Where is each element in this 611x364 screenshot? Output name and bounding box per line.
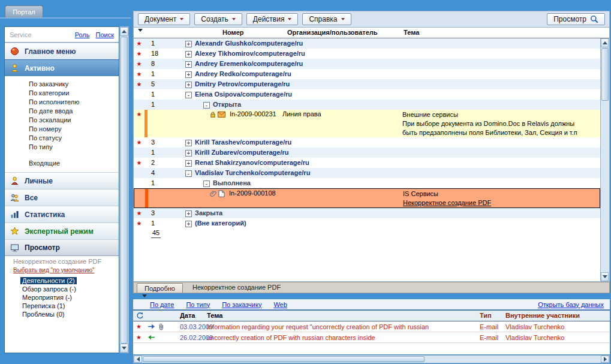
collapse-icon[interactable]: - <box>203 102 210 109</box>
column-header-org[interactable]: Организация/пользователь <box>287 29 378 36</box>
view-list-item[interactable]: Обзор запроса (-) <box>20 285 119 293</box>
sidebar-section-active[interactable]: Активно <box>5 59 119 76</box>
collapse-icon[interactable]: - <box>185 92 192 98</box>
sort-link[interactable]: По дате <box>150 301 174 308</box>
menu-button[interactable]: Действия <box>246 13 299 25</box>
group-label[interactable]: Renat Shakirzyanov/computerage/ru <box>195 159 309 166</box>
sidebar-section-personal[interactable]: Личные <box>5 172 119 189</box>
scrollbar-thumb[interactable] <box>601 48 609 101</box>
group-label[interactable]: (Вне категорий) <box>195 219 246 227</box>
main-table-scrollbar[interactable] <box>600 38 609 281</box>
sidebar-section-view[interactable]: Просмотр <box>5 239 119 256</box>
menu-button[interactable]: Документ <box>138 13 190 25</box>
group-label[interactable]: Kirill Tarashev/computerage/ru <box>195 139 291 146</box>
splitter-caret-icon[interactable] <box>142 294 147 297</box>
column-header-number[interactable]: Номер <box>222 29 244 36</box>
view-list-item[interactable]: Переписка (1) <box>20 302 119 310</box>
sidebar-item[interactable]: По исполнителю <box>29 98 119 107</box>
table-row[interactable]: ★3+Закрыта <box>134 208 600 218</box>
table-row[interactable]: ★8+Andrey Eremenko/computerage/ru <box>134 59 600 69</box>
sidebar-item[interactable]: По номеру <box>29 125 119 134</box>
scroll-right-button[interactable] <box>601 356 609 363</box>
tab-details[interactable]: Подробно <box>137 283 183 293</box>
table-row[interactable]: 1+Kirill Zubarev/computerage/ru <box>134 148 600 158</box>
sort-link[interactable]: По заказчику <box>222 301 261 308</box>
scrollbar-thumb[interactable] <box>121 37 128 344</box>
doc-number[interactable]: In-2009-000108 <box>229 189 276 197</box>
group-label[interactable]: Выполнена <box>213 179 251 186</box>
table-row[interactable]: ★1+(Вне категорий) <box>134 218 600 228</box>
group-label[interactable]: Dmitry Petrov/computerage/ru <box>195 80 290 88</box>
expand-icon[interactable]: + <box>185 51 192 58</box>
detail-row[interactable]: ★26.02.2009uncorrectly creation of PDF w… <box>133 332 610 343</box>
column-header-type[interactable]: Тип <box>480 312 492 319</box>
role-link[interactable]: Роль <box>75 31 90 38</box>
scroll-left-button[interactable] <box>134 356 142 363</box>
refresh-icon[interactable] <box>136 312 144 320</box>
view-list-item[interactable]: Проблемы (0) <box>20 310 119 318</box>
sidebar-scrollbar[interactable] <box>119 26 129 353</box>
expand-icon[interactable]: + <box>185 71 192 78</box>
view-list-item[interactable]: Деятельности (2) <box>20 276 119 285</box>
document-row[interactable]: In-2009-000108IS СервисыНекорректное соз… <box>134 188 600 208</box>
collapse-icon[interactable]: - <box>203 181 210 187</box>
document-row[interactable]: ★In-2009-000231Линия праваВнешние сервис… <box>134 110 600 137</box>
sort-icon[interactable] <box>138 29 143 32</box>
table-row[interactable]: 1-Открыта <box>134 100 600 110</box>
open-database-link[interactable]: Открыть базу данных <box>538 301 604 308</box>
horizontal-scrollbar[interactable] <box>133 355 610 363</box>
sidebar-section-statistics[interactable]: Статистика <box>5 206 119 222</box>
table-row[interactable]: ★3+Kirill Tarashev/computerage/ru <box>134 137 600 148</box>
search-link[interactable]: Поиск <box>96 31 114 38</box>
column-header-subject[interactable]: Тема <box>404 29 419 36</box>
menu-button[interactable]: Создать <box>194 13 242 25</box>
sidebar-item[interactable]: Входящие <box>29 159 119 168</box>
expand-icon[interactable]: + <box>185 41 192 47</box>
group-label[interactable]: Открыта <box>213 101 241 108</box>
scroll-down-button[interactable] <box>120 344 128 353</box>
collapse-icon[interactable]: - <box>185 170 192 177</box>
sidebar-item[interactable]: По статусу <box>29 134 119 143</box>
table-row[interactable]: 1-Выполнена <box>134 178 600 188</box>
expand-icon[interactable]: + <box>185 160 192 167</box>
group-label[interactable]: Закрыта <box>195 209 222 216</box>
scroll-up-button[interactable] <box>601 38 609 47</box>
expand-icon[interactable]: + <box>185 140 192 146</box>
detail-subject[interactable]: uncorrectly creation of PDF with russian… <box>207 334 477 341</box>
sidebar-item[interactable]: По заказчику <box>29 80 119 89</box>
view-button[interactable]: Просмотр <box>547 13 605 25</box>
group-label[interactable]: Andrey Redko/computerage/ru <box>195 70 291 77</box>
sort-link[interactable]: Web <box>273 301 287 308</box>
group-label[interactable]: Kirill Zubarev/computerage/ru <box>195 149 288 156</box>
expand-icon[interactable]: + <box>185 150 192 157</box>
sidebar-item[interactable]: По типу <box>29 143 119 152</box>
group-label[interactable]: Alexandr Glushko/computerage/ru <box>195 40 303 47</box>
expand-icon[interactable]: + <box>185 82 192 88</box>
group-label[interactable]: Vladislav Turchenko/computerage/ru <box>195 169 310 176</box>
sidebar-section-all[interactable]: Все <box>5 189 119 206</box>
detail-row[interactable]: ★03.03.2009Information regarding your re… <box>133 321 610 332</box>
expand-icon[interactable]: + <box>185 210 192 217</box>
expand-icon[interactable]: + <box>185 61 192 68</box>
sidebar-item[interactable]: По категории <box>29 89 119 98</box>
doc-number[interactable]: In-2009-000231 <box>230 110 276 118</box>
portal-tab[interactable]: Портал <box>5 5 43 17</box>
column-header-participants[interactable]: Внутренние участники <box>505 312 580 319</box>
scroll-up-button[interactable] <box>120 27 128 36</box>
group-label[interactable]: Alexey Tikhomirov/computerage/ru <box>195 50 305 57</box>
sidebar-section-main-menu[interactable]: Главное меню <box>5 43 119 59</box>
column-header-date[interactable]: Дата <box>180 312 195 319</box>
expand-icon[interactable]: + <box>185 221 192 227</box>
choose-view-link[interactable]: Выбрать вид "по умолчанию" <box>13 267 119 275</box>
sidebar-item[interactable]: По дате ввода <box>29 107 119 116</box>
table-row[interactable]: 4-Vladislav Turchenko/computerage/ru <box>134 168 600 178</box>
table-row[interactable]: 1-Elena Osipova/computerage/ru <box>134 89 600 100</box>
detail-subject[interactable]: Information regarding your request "unco… <box>207 323 477 330</box>
table-row[interactable]: ★1+Andrey Redko/computerage/ru <box>134 69 600 79</box>
scroll-down-button[interactable] <box>601 272 609 281</box>
scrollbar-thumb[interactable] <box>143 356 425 362</box>
sidebar-section-expert-mode[interactable]: Экспертный режим <box>5 222 119 239</box>
menu-button[interactable]: Справка <box>302 13 351 25</box>
group-label[interactable]: Andrey Eremenko/computerage/ru <box>195 60 303 67</box>
table-row[interactable]: ★18+Alexey Tikhomirov/computerage/ru <box>134 49 600 59</box>
